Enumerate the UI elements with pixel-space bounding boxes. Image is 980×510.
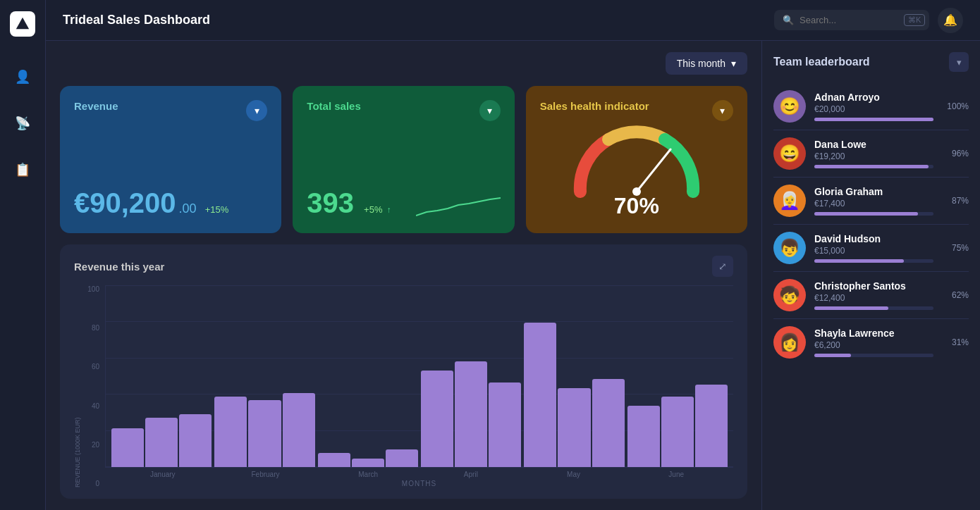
lb-info-0: Adnan Arroyo €20,000 <box>814 92 933 121</box>
sales-change: +5% <box>364 204 382 215</box>
lb-amount-1: €19,200 <box>814 151 933 161</box>
notification-button[interactable]: 🔔 <box>938 8 963 33</box>
health-card: Sales health indicator ▾ <box>526 86 747 233</box>
leaderboard-item-4: 🧒 Christopher Santos €12,400 62% <box>773 272 969 319</box>
lb-bar-bg-2 <box>814 212 933 216</box>
sales-arrow-up: ↑ <box>386 205 391 215</box>
revenue-card: Revenue ▾ €90,200 .00 +15% <box>60 86 281 233</box>
cards-row: Revenue ▾ €90,200 .00 +15% Total sales ▾ <box>60 86 747 233</box>
grid-line-100 <box>106 285 733 286</box>
lb-info-2: Gloria Graham €17,400 <box>814 186 933 216</box>
x-label-march: March <box>317 471 419 478</box>
health-card-title: Sales health indicator <box>540 100 649 112</box>
revenue-dropdown-button[interactable]: ▾ <box>246 100 267 121</box>
avatar-1: 😄 <box>773 137 806 170</box>
bar-june-1[interactable] <box>661 397 694 467</box>
search-bar[interactable]: 🔍 ⌘K <box>774 10 929 30</box>
chevron-down-icon: ▾ <box>731 58 736 69</box>
sales-dropdown-button[interactable]: ▾ <box>479 100 501 121</box>
lb-name-2: Gloria Graham <box>814 186 933 197</box>
revenue-value: €90,200 <box>74 187 176 219</box>
lb-info-5: Shayla Lawrence €6,200 <box>814 328 933 357</box>
x-label-february: February <box>214 471 317 478</box>
y-label-40: 40 <box>84 402 99 410</box>
sales-value-row: 393 +5% ↑ <box>307 187 500 219</box>
leaderboard-dropdown-button[interactable]: ▾ <box>949 52 969 72</box>
bar-april-0[interactable] <box>421 371 453 468</box>
logo[interactable]: ▲ <box>10 11 35 37</box>
bar-march-1[interactable] <box>352 459 384 468</box>
leaderboard-list: 😊 Adnan Arroyo €20,000 100% 😄 Dana Lowe … <box>773 83 969 366</box>
lb-bar-bg-0 <box>814 118 933 121</box>
broadcast-nav-icon[interactable]: 📡 <box>9 110 36 137</box>
bar-february-1[interactable] <box>248 400 281 467</box>
leaderboard-item-2: 👩‍🦳 Gloria Graham €17,400 87% <box>773 178 969 225</box>
x-label-april: April <box>419 471 522 478</box>
search-shortcut: ⌘K <box>904 14 925 26</box>
lb-bar-bg-5 <box>814 354 933 357</box>
lb-bar-fill-1 <box>814 165 929 168</box>
y-label-20: 20 <box>84 441 99 449</box>
y-axis: 0 20 40 60 80 100 <box>84 285 105 487</box>
bar-march-2[interactable] <box>386 449 418 467</box>
bar-june-0[interactable] <box>627 406 660 468</box>
lb-info-3: David Hudson €15,000 <box>814 233 933 263</box>
lb-info-1: Dana Lowe €19,200 <box>814 139 933 168</box>
svg-line-1 <box>637 149 670 192</box>
bar-group-february <box>214 291 314 467</box>
profile-nav-icon[interactable]: 👤 <box>9 63 36 90</box>
page-title: Trideal Sales Dashboard <box>63 13 774 27</box>
period-selector-button[interactable]: This month ▾ <box>666 52 747 75</box>
lb-bar-bg-1 <box>814 165 933 168</box>
leaderboard-item-1: 😄 Dana Lowe €19,200 96% <box>773 130 969 178</box>
left-panel: This month ▾ Revenue ▾ €90,200 .00 +15% <box>46 41 761 510</box>
report-nav-icon[interactable]: 📋 <box>9 156 36 183</box>
health-dropdown-button[interactable]: ▾ <box>712 100 733 121</box>
bar-january-0[interactable] <box>111 428 144 467</box>
search-input[interactable] <box>800 15 898 25</box>
bar-group-march <box>318 291 418 467</box>
x-label-june: June <box>625 471 728 478</box>
bar-april-1[interactable] <box>455 361 487 467</box>
chart-area: JanuaryFebruaryMarchAprilMayJune MONTHS <box>105 285 733 487</box>
chart-expand-button[interactable]: ⤢ <box>712 256 733 277</box>
period-label: This month <box>677 58 725 69</box>
chart-content: REVENUE (1000K EUR) 0 20 40 60 80 100 <box>74 285 733 487</box>
lb-amount-2: €17,400 <box>814 199 933 209</box>
chart-header: Revenue this year ⤢ <box>74 256 733 277</box>
bar-march-0[interactable] <box>318 453 350 467</box>
bar-group-may <box>524 291 624 467</box>
lb-bar-fill-4 <box>814 306 888 310</box>
revenue-decimal: .00 <box>179 201 197 216</box>
content-area: This month ▾ Revenue ▾ €90,200 .00 +15% <box>46 41 980 510</box>
bar-may-0[interactable] <box>524 323 556 467</box>
sales-card-title: Total sales <box>307 100 360 112</box>
lb-name-1: Dana Lowe <box>814 139 933 150</box>
lb-name-4: Christopher Santos <box>814 280 933 292</box>
bar-june-2[interactable] <box>695 385 728 468</box>
leaderboard-header: Team leaderboard ▾ <box>773 52 969 72</box>
bars-container <box>105 285 733 468</box>
bar-january-1[interactable] <box>145 418 178 467</box>
bar-may-2[interactable] <box>592 379 625 467</box>
lb-info-4: Christopher Santos €12,400 <box>814 280 933 310</box>
x-label-may: May <box>522 471 625 478</box>
lb-pct-5: 31% <box>942 337 969 347</box>
x-axis-title: MONTHS <box>105 480 733 487</box>
gauge-container: 70% <box>540 121 733 219</box>
lb-bar-fill-3 <box>814 259 904 263</box>
lb-pct-4: 62% <box>942 290 969 300</box>
top-controls: This month ▾ <box>60 52 747 75</box>
health-value: 70% <box>614 193 659 218</box>
bar-april-2[interactable] <box>489 382 521 467</box>
leaderboard-title: Team leaderboard <box>773 56 870 68</box>
y-label-60: 60 <box>84 363 99 371</box>
bar-february-2[interactable] <box>283 393 315 467</box>
bar-may-1[interactable] <box>558 388 590 468</box>
avatar-0: 😊 <box>773 90 806 123</box>
lb-amount-4: €12,400 <box>814 293 933 303</box>
avatar-4: 🧒 <box>773 279 806 311</box>
bar-february-0[interactable] <box>214 397 247 467</box>
bar-january-2[interactable] <box>179 414 212 467</box>
lb-bar-fill-0 <box>814 118 933 121</box>
